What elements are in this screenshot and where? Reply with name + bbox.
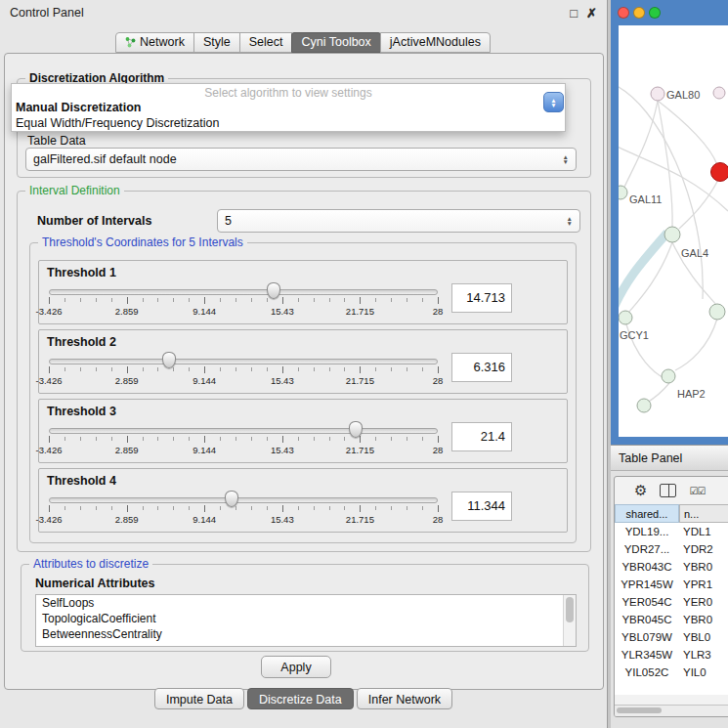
apply-button[interactable]: Apply xyxy=(261,656,331,678)
select-columns-icon[interactable]: ☑☑ xyxy=(689,486,705,496)
threshold-value-field[interactable]: 11.344 xyxy=(451,492,512,521)
float-window-icon[interactable]: □ xyxy=(570,6,578,21)
slider-track[interactable] xyxy=(49,428,438,434)
selected-network-node[interactable] xyxy=(711,163,728,182)
table-row[interactable]: YLR345WYLR3 xyxy=(615,646,728,664)
tab-style[interactable]: Style xyxy=(193,32,240,53)
table-cell[interactable]: YDR2 xyxy=(679,543,728,555)
slider-track[interactable] xyxy=(49,359,438,364)
combobox-value: galFiltered.sif default node xyxy=(33,152,177,166)
table-row[interactable]: YBR045CYBR0 xyxy=(615,611,728,628)
scrollbar-thumb[interactable] xyxy=(566,597,574,622)
numeric-attributes-list[interactable]: SelfLoopsTopologicalCoefficientBetweenne… xyxy=(35,594,577,647)
node-label: HAP2 xyxy=(677,388,706,400)
network-view-window: GAL80 GAL11 GAL4 GCY1 HAP2 xyxy=(611,0,728,445)
tick-mark xyxy=(127,436,128,443)
number-of-intervals-combobox[interactable]: 5 ▲ ▼ xyxy=(217,209,580,233)
table-row[interactable]: YDL19...YDL1 xyxy=(615,523,728,540)
algorithm-combobox-stepper[interactable]: ▲ ▼ xyxy=(543,92,564,112)
table-cell[interactable]: YBL0 xyxy=(679,631,728,643)
threshold-slider[interactable]: -3.4262.8599.14415.4321.71528 xyxy=(49,352,438,389)
table-cell[interactable]: YIL052C xyxy=(615,666,679,678)
network-node[interactable] xyxy=(651,87,664,101)
table-cell[interactable]: YDL1 xyxy=(679,526,728,537)
list-scrollbar[interactable] xyxy=(563,595,576,646)
tick-mark xyxy=(204,297,205,304)
group-title: Threshold's Coordinates for 5 Intervals xyxy=(38,236,247,249)
table-cell[interactable]: YDL19... xyxy=(615,526,679,537)
network-node[interactable] xyxy=(662,369,675,383)
table-cell[interactable]: YER0 xyxy=(679,596,728,608)
scrollbar-thumb[interactable] xyxy=(617,707,662,713)
close-traffic-light[interactable] xyxy=(618,7,629,19)
table-cell[interactable]: YBR043C xyxy=(615,561,679,573)
attribute-item[interactable]: SelfLoops xyxy=(36,595,576,611)
popup-option-manual[interactable]: Manual Discretization xyxy=(12,100,565,115)
tick-label: -3.426 xyxy=(36,306,63,317)
table-row[interactable]: YER054CYER0 xyxy=(615,593,728,611)
table-cell[interactable]: YBR0 xyxy=(679,561,728,573)
tick-mark xyxy=(438,297,439,304)
window-controls xyxy=(618,7,661,19)
minimize-traffic-light[interactable] xyxy=(633,7,645,19)
column-header-name[interactable]: n... xyxy=(679,504,728,523)
table-cell[interactable]: YBL079W xyxy=(615,631,679,643)
table-row[interactable]: YIL052CYIL0 xyxy=(615,664,728,681)
threshold-label: Threshold 4 xyxy=(47,474,116,488)
horizontal-scrollbar[interactable] xyxy=(615,705,728,716)
table-cell[interactable]: YPR145W xyxy=(615,578,679,590)
table-row[interactable]: YDR27...YDR2 xyxy=(615,540,728,558)
tick-mark xyxy=(282,505,283,512)
close-window-icon[interactable]: ✗ xyxy=(586,6,597,21)
zoom-traffic-light[interactable] xyxy=(649,7,661,19)
column-header-shared-name[interactable]: shared... xyxy=(615,504,679,523)
tick-mark xyxy=(360,436,361,443)
minor-ticks xyxy=(49,506,438,510)
threshold-value-field[interactable]: 14.713 xyxy=(451,283,512,313)
network-node[interactable] xyxy=(664,227,680,242)
table-cell[interactable]: YLR3 xyxy=(679,649,728,661)
slider-track[interactable] xyxy=(49,497,438,503)
tab-impute-data[interactable]: Impute Data xyxy=(154,688,244,709)
tab-label: Cyni Toolbox xyxy=(301,32,370,53)
tab-select[interactable]: Select xyxy=(239,32,293,53)
tab-jactivemnodules[interactable]: jActiveMNodules xyxy=(380,32,491,53)
tab-label: Style xyxy=(203,32,231,53)
threshold-slider[interactable]: -3.4262.8599.14415.4321.71528 xyxy=(49,282,438,320)
table-row[interactable]: YBR043CYBR0 xyxy=(615,558,728,576)
columns-icon[interactable] xyxy=(660,484,676,497)
network-edges xyxy=(619,84,728,403)
network-node[interactable] xyxy=(713,87,725,99)
network-node[interactable] xyxy=(709,304,725,320)
network-node[interactable] xyxy=(619,311,632,324)
popup-hint: Select algorithm to view settings xyxy=(12,84,565,100)
tick-label: 2.859 xyxy=(115,514,139,525)
tab-network[interactable]: Network xyxy=(115,32,194,53)
threshold-value-field[interactable]: 6.316 xyxy=(451,353,512,382)
table-cell[interactable]: YBR045C xyxy=(615,614,679,625)
table-cell[interactable]: YBR0 xyxy=(679,614,728,625)
tab-infer-network[interactable]: Infer Network xyxy=(357,688,452,709)
table-cell[interactable]: YIL0 xyxy=(679,666,728,678)
tab-discretize-data[interactable]: Discretize Data xyxy=(247,688,354,709)
table-cell[interactable]: YDR27... xyxy=(615,543,679,555)
gear-icon[interactable]: ⚙ xyxy=(634,482,647,499)
table-cell[interactable]: YLR345W xyxy=(615,649,679,661)
network-canvas[interactable]: GAL80 GAL11 GAL4 GCY1 HAP2 xyxy=(619,25,728,437)
table-row[interactable]: YPR145WYPR1 xyxy=(615,576,728,593)
slider-thumb[interactable] xyxy=(267,282,280,299)
table-row[interactable]: YBL079WYBL0 xyxy=(615,628,728,646)
tab-cyni-toolbox[interactable]: Cyni Toolbox xyxy=(291,32,380,53)
table-cell[interactable]: YER054C xyxy=(615,596,679,608)
network-node[interactable] xyxy=(637,399,651,412)
table-data-combobox[interactable]: galFiltered.sif default node ▲ ▼ xyxy=(25,148,577,171)
threshold-slider[interactable]: -3.4262.8599.14415.4321.71528 xyxy=(49,421,438,458)
popup-option-equal-width[interactable]: Equal Width/Frequency Discretization xyxy=(12,115,565,131)
threshold-slider[interactable]: -3.4262.8599.14415.4321.71528 xyxy=(49,491,438,528)
attribute-item[interactable]: BetweennessCentrality xyxy=(36,626,576,642)
network-node[interactable] xyxy=(619,186,627,199)
slider-track[interactable] xyxy=(49,289,438,295)
attribute-item[interactable]: TopologicalCoefficient xyxy=(36,611,576,626)
threshold-value-field[interactable]: 21.4 xyxy=(451,422,512,451)
table-cell[interactable]: YPR1 xyxy=(679,578,728,590)
